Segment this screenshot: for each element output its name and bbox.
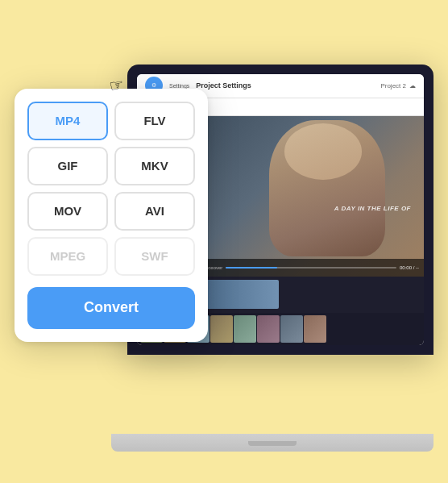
filmstrip-thumb-8: [304, 315, 326, 343]
format-btn-swf: SWF: [114, 237, 195, 276]
progress-fill: [226, 267, 276, 269]
format-btn-avi[interactable]: AVI: [114, 192, 195, 231]
progress-bar[interactable]: [226, 267, 396, 269]
convert-button[interactable]: Convert: [27, 287, 195, 329]
filmstrip-thumb-4: [210, 315, 233, 343]
filmstrip-thumb-6: [257, 315, 280, 343]
format-btn-flv[interactable]: FLV: [114, 102, 195, 140]
video-overlay-text: A DAY IN THE LIFE OF: [334, 205, 411, 212]
format-btn-mpeg: MPEG: [27, 237, 108, 276]
filmstrip-thumb-5: [234, 315, 256, 343]
time-display: 00:00 / --: [400, 265, 419, 270]
cloud-icon: ☁: [409, 82, 416, 90]
header-title: Project Settings: [196, 81, 251, 90]
laptop-notch: [248, 441, 297, 446]
format-btn-mp4[interactable]: MP4: [27, 102, 108, 140]
laptop-base: [111, 434, 433, 452]
project-name: Project 2: [380, 82, 406, 90]
scene: ⚙ Settings Project Settings Project 2 ☁ …: [15, 16, 433, 468]
filmstrip-thumb-7: [280, 315, 303, 343]
settings-label: Settings: [169, 83, 189, 89]
timeline-clip-video[interactable]: [198, 280, 279, 309]
format-btn-gif[interactable]: GIF: [27, 147, 108, 185]
person-head: [284, 123, 362, 180]
format-picker-card: MP4 FLV GIF MKV MOV AVI MP: [15, 89, 208, 342]
header-right: Project 2 ☁: [380, 82, 416, 90]
format-btn-mov[interactable]: MOV: [27, 192, 108, 231]
format-btn-mkv[interactable]: MKV: [114, 147, 195, 185]
format-grid: MP4 FLV GIF MKV MOV AVI MP: [27, 102, 195, 276]
